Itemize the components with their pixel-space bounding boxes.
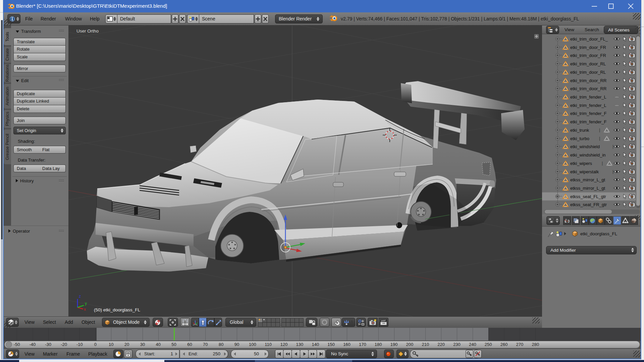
svg-text:(50) etki_doorglass_FL: (50) etki_doorglass_FL [94,307,141,312]
svg-text:User Ortho: User Ortho [76,28,99,34]
svg-text:x: x [84,307,86,312]
svg-text:y: y [85,301,87,306]
svg-text:z: z [79,294,81,299]
